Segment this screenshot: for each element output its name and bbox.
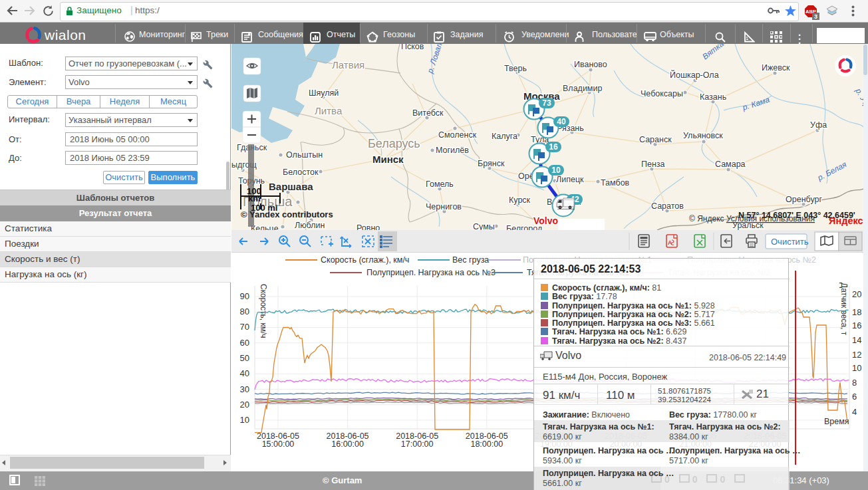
svg-text:Ровно: Ровно — [357, 223, 380, 230]
svg-text:Уфа: Уфа — [810, 120, 827, 130]
svg-text:Ульяновск: Ульяновск — [683, 131, 723, 140]
svg-text:30: 30 — [240, 384, 249, 394]
svg-text:10: 10 — [852, 363, 861, 373]
svg-text:Варшава: Варшава — [269, 181, 313, 192]
svg-text:Полуприцеп. Нагрузка на ось №3: Полуприцеп. Нагрузка на ось №3 — [366, 268, 496, 277]
svg-text:Иваново: Иваново — [574, 60, 607, 69]
svg-text:Чебоксары: Чебоксары — [641, 89, 683, 98]
svg-text:Могилёв: Могилёв — [436, 146, 469, 155]
svg-text:60: 60 — [240, 338, 249, 348]
svg-text:18:00:00: 18:00:00 — [470, 439, 503, 449]
svg-text:Казань: Казань — [700, 92, 726, 102]
svg-text:40: 40 — [240, 368, 249, 378]
svg-text:15:00:00: 15:00:00 — [262, 439, 295, 449]
svg-text:90: 90 — [240, 291, 249, 301]
svg-text:Пенза: Пенза — [641, 160, 665, 169]
svg-text:40: 40 — [557, 117, 566, 126]
svg-text:Владимир: Владимир — [563, 84, 602, 93]
svg-text:16: 16 — [852, 320, 861, 330]
svg-text:73: 73 — [542, 98, 551, 108]
svg-text:Псков: Псков — [401, 44, 424, 51]
svg-text:Тамбов: Тамбов — [601, 178, 630, 187]
svg-text:Саратов: Саратов — [651, 201, 684, 211]
svg-text:8: 8 — [852, 378, 857, 388]
svg-text:Белосток: Белосток — [283, 168, 319, 177]
svg-text:km: km — [248, 193, 261, 203]
svg-text:10: 10 — [240, 415, 249, 425]
svg-text:Скорость (сглаж.), км/ч: Скорость (сглаж.), км/ч — [321, 255, 409, 265]
svg-text:18: 18 — [852, 307, 861, 317]
svg-text:14: 14 — [852, 335, 861, 345]
svg-text:Брянск: Брянск — [478, 159, 505, 168]
svg-text:Беларусь: Беларусь — [368, 137, 420, 150]
svg-text:Курск: Курск — [509, 195, 531, 205]
svg-text:Время: Время — [824, 417, 849, 426]
svg-text:Гомель: Гомель — [426, 180, 454, 189]
svg-text:Очистить: Очистить — [771, 237, 809, 247]
svg-text:10: 10 — [551, 166, 561, 175]
svg-text:Скорость, км/ч: Скорость, км/ч — [259, 284, 268, 338]
svg-text:Самара: Самара — [715, 160, 746, 169]
svg-text:Volvo: Volvo — [533, 215, 558, 226]
svg-text:Сумы: Сумы — [473, 222, 495, 230]
svg-text:3: 3 — [814, 13, 817, 20]
svg-text:4: 4 — [852, 407, 857, 417]
svg-text:© Yandex contributors: © Yandex contributors — [241, 209, 333, 219]
svg-text:6: 6 — [852, 392, 857, 402]
svg-text:Датчик веса, т: Датчик веса, т — [839, 283, 849, 336]
svg-text:16: 16 — [549, 142, 558, 152]
svg-text:Минск: Минск — [372, 154, 404, 165]
svg-text:Кельце: Кельце — [251, 224, 279, 230]
svg-text:Саранск: Саранск — [639, 135, 672, 144]
svg-text:Люблин: Люблин — [295, 221, 325, 230]
svg-text:Литва: Литва — [315, 105, 343, 116]
svg-text:12: 12 — [852, 350, 861, 360]
svg-text:20: 20 — [240, 400, 249, 410]
svg-text:Витебск: Витебск — [412, 108, 444, 118]
svg-text:20: 20 — [852, 289, 861, 299]
svg-text:Тверь: Тверь — [504, 64, 527, 73]
svg-text:80: 80 — [240, 306, 249, 316]
svg-text:Чернигов: Чернигов — [426, 202, 462, 211]
svg-text:Шяуляй: Шяуляй — [309, 88, 339, 98]
svg-text:50: 50 — [240, 353, 249, 363]
svg-text:Липецк: Липецк — [556, 175, 584, 184]
svg-text:17:00:00: 17:00:00 — [401, 439, 434, 449]
svg-text:Латвия: Латвия — [332, 59, 364, 70]
svg-text:Вес груза: Вес груза — [452, 255, 489, 265]
svg-text:Ольштын: Ольштын — [286, 150, 323, 160]
svg-text:Смоленск: Смоленск — [438, 130, 477, 140]
svg-text:Калуга: Калуга — [492, 132, 517, 141]
svg-text:16:00:00: 16:00:00 — [331, 439, 364, 449]
svg-text:Йошкар-Ола: Йошкар-Ола — [670, 70, 719, 80]
svg-text:Ижевск: Ижевск — [762, 63, 790, 72]
svg-text:Оренбург: Оренбург — [786, 195, 822, 204]
svg-text:Яндекс: Яндекс — [829, 215, 863, 226]
svg-text:70: 70 — [240, 322, 249, 332]
